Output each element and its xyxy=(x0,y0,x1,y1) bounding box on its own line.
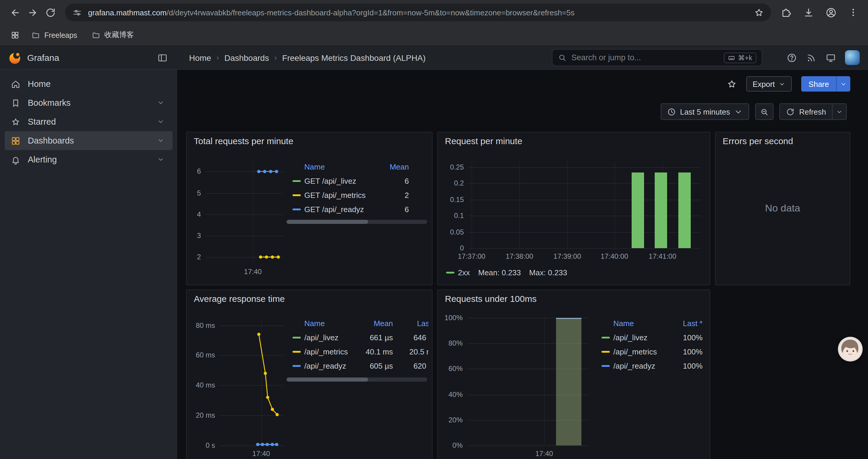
reload-button[interactable] xyxy=(41,4,59,21)
legend-row[interactable]: /api/_readyz100% xyxy=(601,359,703,373)
legend-header[interactable]: Name xyxy=(292,162,381,171)
sidebar-item-label: Bookmarks xyxy=(28,98,71,107)
search-icon xyxy=(558,53,567,62)
export-button[interactable]: Export xyxy=(746,76,792,92)
floating-assistant-avatar[interactable] xyxy=(839,338,862,360)
panel-title: Average response time xyxy=(194,294,285,304)
extensions-icon xyxy=(780,7,792,18)
share-button-group: Share xyxy=(802,76,850,92)
user-avatar[interactable] xyxy=(845,50,860,65)
panel-requests-under-100ms: Requests under 100ms 100%80%60%40%20%0%1… xyxy=(437,290,710,459)
panel-title: Request per minute xyxy=(445,136,522,146)
legend-header[interactable]: Last * xyxy=(673,319,703,328)
sidebar-item-label: Home xyxy=(28,79,51,89)
monitor-icon[interactable] xyxy=(826,52,836,63)
chevron-down-icon xyxy=(779,80,785,87)
rss-icon[interactable] xyxy=(806,52,816,63)
time-range-picker[interactable]: Last 5 minutes xyxy=(660,103,749,120)
legend-header[interactable]: Last * xyxy=(393,319,428,328)
legend-scrollbar[interactable] xyxy=(286,378,427,382)
legend-row[interactable]: /api/_livez661 µs646 µs xyxy=(292,330,428,345)
refresh-button-group: Refresh xyxy=(780,103,847,120)
avatar-illustration xyxy=(839,338,862,360)
legend-row[interactable]: GET /api/_livez6 xyxy=(292,174,428,188)
forward-button[interactable] xyxy=(24,4,41,21)
legend-header[interactable]: Mean xyxy=(363,319,393,328)
series-color-dash xyxy=(601,336,610,338)
dashboard-toolbar: Export Share xyxy=(726,76,850,92)
grafana-header-left: Grafana xyxy=(0,51,177,64)
series-color-dash xyxy=(292,208,301,210)
legend-value: 2 xyxy=(381,191,409,199)
screen: grafana.mathmast.com/d/deytv4rwavabkb/fr… xyxy=(0,0,868,459)
breadcrumb: Home › Dashboards › Freeleaps Metrics Da… xyxy=(189,53,426,62)
legend-item-2xx[interactable]: 2xx xyxy=(446,268,470,277)
folder-icon xyxy=(31,31,40,40)
grafana-header: Grafana Home › Dashboards › Freeleaps Me… xyxy=(0,46,868,70)
bell-icon xyxy=(11,155,21,165)
url-domain: grafana.mathmast.com xyxy=(88,8,167,17)
legend-value: 100% xyxy=(673,361,703,370)
legend-row[interactable]: /api/_readyz605 µs620 µs xyxy=(292,359,428,373)
help-icon[interactable] xyxy=(786,52,797,63)
scrollbar-thumb[interactable] xyxy=(286,378,368,382)
legend-header[interactable]: Name xyxy=(601,319,673,328)
legend-value: 661 µs xyxy=(363,333,393,342)
legend-row[interactable]: /api/_metrics40.1 ms20.5 ms xyxy=(292,345,428,359)
sidebar-item-home[interactable]: Home xyxy=(5,74,173,93)
legend-row[interactable]: /api/_livez100% xyxy=(601,330,703,345)
apps-shortcut-button[interactable] xyxy=(7,28,23,43)
sidebar-item-dashboards[interactable]: Dashboards xyxy=(5,131,173,150)
sidebar-toggle-icon[interactable] xyxy=(157,52,168,63)
breadcrumb-separator: › xyxy=(274,53,277,62)
legend-header[interactable]: Name xyxy=(292,319,363,328)
refresh-button[interactable]: Refresh xyxy=(780,103,833,120)
scrollbar-thumb[interactable] xyxy=(286,220,368,224)
browser-menu-button[interactable] xyxy=(844,4,862,21)
keyboard-icon xyxy=(728,54,735,61)
share-menu-button[interactable] xyxy=(836,76,850,92)
back-button[interactable] xyxy=(6,4,24,21)
star-icon xyxy=(11,117,21,127)
extensions-button[interactable] xyxy=(777,4,795,21)
legend-stat-max: Max: 0.233 xyxy=(529,268,567,277)
address-bar[interactable]: grafana.mathmast.com/d/deytv4rwavabkb/fr… xyxy=(65,4,771,21)
sidebar-item-alerting[interactable]: Alerting xyxy=(5,150,173,169)
sidebar-item-bookmarks[interactable]: Bookmarks xyxy=(5,93,173,112)
apps-grid-icon xyxy=(11,136,21,145)
share-button[interactable]: Share xyxy=(802,76,836,92)
legend-value: 620 µs xyxy=(393,361,428,370)
kebab-menu-icon xyxy=(848,7,859,18)
legend-value: 6 xyxy=(381,176,409,185)
bookmark-item-blogs[interactable]: 收藏博客 xyxy=(86,28,139,42)
favorite-star-button[interactable] xyxy=(726,79,737,89)
series-color-dash xyxy=(292,180,301,182)
legend-row[interactable]: /api/_metrics100% xyxy=(601,345,703,359)
no-data-message: No data xyxy=(716,132,850,285)
profile-icon xyxy=(825,7,836,18)
refresh-interval-button[interactable] xyxy=(833,103,847,120)
apps-grid-icon xyxy=(10,31,19,40)
chevron-down-icon xyxy=(157,118,164,125)
profile-button[interactable] xyxy=(822,4,840,21)
panel-title: Errors per second xyxy=(723,136,793,146)
tune-icon[interactable] xyxy=(72,7,82,18)
downloads-button[interactable] xyxy=(800,4,817,21)
bookmark-star-icon[interactable] xyxy=(754,7,764,18)
grafana-logo[interactable] xyxy=(8,51,21,64)
legend-row[interactable]: GET /api/_metrics2 xyxy=(292,188,428,202)
zoom-out-button[interactable] xyxy=(755,103,774,120)
legend-scrollbar[interactable] xyxy=(286,220,427,224)
series-color-dash xyxy=(292,336,301,338)
sidebar-item-starred[interactable]: Starred xyxy=(5,112,173,131)
search-input[interactable] xyxy=(571,53,719,62)
legend-row[interactable]: GET /api/_readyz6 xyxy=(292,202,428,216)
bar-chart: 0.250.20.150.10.05017:37:0017:38:0017:39… xyxy=(438,132,710,285)
bookmark-item-freeleaps[interactable]: Freeleaps xyxy=(26,28,83,42)
breadcrumb-separator: › xyxy=(217,53,219,62)
refresh-icon xyxy=(786,107,795,116)
search-box[interactable]: ⌘+k xyxy=(552,49,762,66)
legend-header[interactable]: Mean xyxy=(381,162,409,171)
breadcrumb-home[interactable]: Home xyxy=(189,53,211,62)
breadcrumb-dashboards[interactable]: Dashboards xyxy=(224,53,269,62)
